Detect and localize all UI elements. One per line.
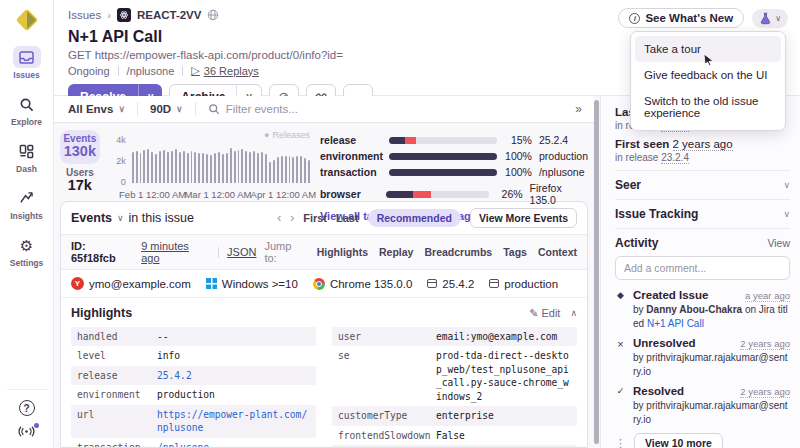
first-seen-release-link[interactable]: 23.2.4 xyxy=(661,152,689,164)
events-dropdown[interactable]: Events xyxy=(71,211,112,225)
activity-item-resolved: ✓ Resolved 2 years ago by prithvirajkuma… xyxy=(615,385,790,426)
chevron-down-icon: ∨ xyxy=(775,14,781,23)
last-event-link[interactable]: Last xyxy=(336,212,359,224)
see-whats-new-button[interactable]: i See What's New xyxy=(618,8,744,28)
tag-bar xyxy=(389,137,497,144)
windows-icon xyxy=(206,278,217,289)
filter-bar: All Envs∨ 90D∨ » xyxy=(54,96,594,123)
info-icon: i xyxy=(629,13,640,24)
view-10-more-button[interactable]: View 10 more xyxy=(634,433,723,448)
event-search xyxy=(196,103,574,115)
replays-link[interactable]: ▷ 36 Replays xyxy=(191,64,259,77)
view-more-row: ⋮ View 10 more xyxy=(615,433,790,448)
jump-highlights-link[interactable]: Highlights xyxy=(317,246,368,258)
sidebar-item-label: Settings xyxy=(3,258,51,268)
play-icon: ▷ xyxy=(191,64,199,77)
issues-icon xyxy=(19,51,34,64)
menu-item-give-feedback[interactable]: Give feedback on the UI xyxy=(635,62,781,88)
x-icon: × xyxy=(615,337,626,378)
activity-section-header: Activity View xyxy=(615,228,790,254)
more-dots-icon: ⋮ xyxy=(615,437,626,448)
sidebar-item-settings[interactable]: ⚙ Settings xyxy=(3,234,51,268)
graph-stats: Events 130k Users 17k xyxy=(60,130,100,197)
help-icon[interactable]: ? xyxy=(19,400,35,416)
see-whats-new-label: See What's New xyxy=(645,12,733,24)
sidebar-item-label: Insights xyxy=(3,211,51,221)
events-stat-toggle[interactable]: Events 130k xyxy=(60,130,100,164)
jira-issue-link[interactable]: N+1 API Call xyxy=(647,318,704,329)
view-more-events-button[interactable]: View More Events xyxy=(470,208,577,228)
user-chip[interactable]: Y ymo@example.com xyxy=(71,277,191,290)
environment-chip[interactable]: production xyxy=(489,278,558,290)
collapse-sidebar-icon[interactable]: » xyxy=(573,102,584,116)
chevron-down-icon[interactable]: ∨ xyxy=(117,213,124,223)
json-link[interactable]: JSON xyxy=(227,246,256,258)
highlights-left-column: handled-- levelinfo release25.4.2 enviro… xyxy=(71,327,316,448)
menu-item-switch-old-experience[interactable]: Switch to the old issue experience xyxy=(635,88,781,126)
highlights-right-column: useremail:ymo@example.com seprod-tda-dir… xyxy=(332,327,577,448)
edit-highlights-button[interactable]: ✎ Edit xyxy=(529,307,560,320)
seer-section-toggle[interactable]: Seer ∨ xyxy=(615,170,790,199)
search-icon xyxy=(19,97,34,112)
activity-time[interactable]: a year ago xyxy=(745,290,790,302)
event-id-row: ID: 65f18fcb 9 minutes ago JSON Jump to:… xyxy=(61,235,587,270)
tag-row-transaction[interactable]: transaction 100% /nplusone xyxy=(320,166,588,178)
filter-events-input[interactable] xyxy=(226,103,574,115)
activity-time[interactable]: 2 years ago xyxy=(740,338,790,350)
app-sidebar: Issues Explore Dash Insights ⚙ Settings … xyxy=(0,0,54,448)
event-timestamp-link[interactable]: 9 minutes ago xyxy=(141,240,210,264)
environment-filter[interactable]: All Envs∨ xyxy=(64,96,137,122)
jump-breadcrumbs-link[interactable]: Breadcrumbs xyxy=(424,246,492,258)
menu-item-take-a-tour[interactable]: Take a tour xyxy=(635,36,781,62)
header-right-controls: i See What's New ∨ xyxy=(618,8,788,28)
tag-row-release[interactable]: release 15% 25.2.4 xyxy=(320,134,588,146)
next-event-icon[interactable]: › xyxy=(290,211,294,225)
event-context-chips: Y ymo@example.com Windows >=10 Chrome 13… xyxy=(61,270,587,298)
sidebar-item-explore[interactable]: Explore xyxy=(3,93,51,127)
first-event-link[interactable]: First xyxy=(303,212,327,224)
jump-replay-link[interactable]: Replay xyxy=(379,246,413,258)
issue-sidebar: Last seen 9 minutes ago in release 25.4.… xyxy=(600,96,800,448)
breadcrumb-separator-icon: › xyxy=(107,9,111,21)
tag-bar xyxy=(386,191,489,198)
release-chip[interactable]: 25.4.2 xyxy=(427,278,474,290)
highlight-row: transaction/nplusone xyxy=(71,438,316,448)
prev-event-icon[interactable]: ‹ xyxy=(277,211,281,225)
notification-dot xyxy=(34,423,39,428)
recommended-pill[interactable]: Recommended xyxy=(368,209,461,227)
globe-icon[interactable] xyxy=(207,9,219,21)
tag-row-browser[interactable]: browser 26% Firefox 135.0 xyxy=(320,182,588,206)
highlight-row: release25.4.2 xyxy=(71,366,316,385)
tag-row-environment[interactable]: environment 100% production xyxy=(320,150,588,162)
sidebar-item-dash[interactable]: Dash xyxy=(3,140,51,174)
issue-tracking-section-toggle[interactable]: Issue Tracking ∨ xyxy=(615,199,790,228)
main-scrollbar[interactable] xyxy=(594,100,599,444)
created-issue-icon: ◆ xyxy=(615,289,626,330)
events-bar-chart[interactable]: ● Releases 4k 2k 0 Feb 1 12:00 AM Mar 1 … xyxy=(108,130,312,200)
first-seen-time[interactable]: 2 years ago xyxy=(673,138,733,151)
breadcrumb-issues-link[interactable]: Issues xyxy=(68,9,101,21)
highlight-row: useremail:ymo@example.com xyxy=(332,327,577,346)
jump-tags-link[interactable]: Tags xyxy=(503,246,527,258)
activity-view-link[interactable]: View xyxy=(767,237,790,249)
comment-input[interactable] xyxy=(615,256,790,280)
date-range-filter[interactable]: 90D∨ xyxy=(138,96,195,122)
user-avatar-button[interactable]: ∨ xyxy=(752,9,788,28)
activity-time[interactable]: 2 years ago xyxy=(740,386,790,398)
breadcrumb-project[interactable]: REACT-2VV xyxy=(137,9,202,21)
chevron-down-icon: ∨ xyxy=(783,180,790,190)
sentry-logo-icon[interactable] xyxy=(15,8,39,32)
jump-context-link[interactable]: Context xyxy=(538,246,577,258)
users-stat-toggle[interactable]: Users 17k xyxy=(60,167,100,194)
insights-chart-icon xyxy=(19,191,34,205)
highlight-row: seprod-tda-direct--desktop_web/test_nplu… xyxy=(332,346,577,406)
browser-chip[interactable]: Chrome 135.0.0 xyxy=(313,278,412,290)
broadcast-icon[interactable] xyxy=(18,426,35,440)
package-icon xyxy=(427,279,437,288)
os-chip[interactable]: Windows >=10 xyxy=(206,278,298,290)
sidebar-item-insights[interactable]: Insights xyxy=(3,187,51,221)
collapse-highlights-icon[interactable]: ∧ xyxy=(570,308,577,318)
sidebar-item-issues[interactable]: Issues xyxy=(3,46,51,80)
activity-item-unresolved: × Unresolved 2 years ago by prithvirajku… xyxy=(615,337,790,378)
chevron-down-icon: ∨ xyxy=(176,104,183,114)
